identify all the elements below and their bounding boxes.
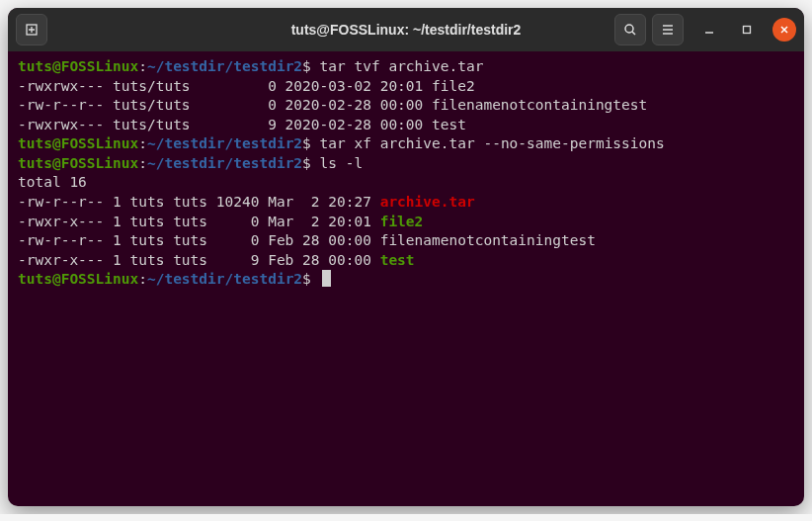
search-button[interactable] [614,14,646,45]
terminal-body[interactable]: tuts@FOSSLinux:~/testdir/testdir2$ tar t… [8,51,804,506]
new-tab-icon [24,22,40,38]
prompt-line: tuts@FOSSLinux:~/testdir/testdir2$ tar x… [18,134,794,154]
search-icon [622,22,638,38]
maximize-icon [742,25,752,35]
titlebar: tuts@FOSSLinux: ~/testdir/testdir2 [8,8,804,51]
close-icon [779,25,789,35]
cursor [322,270,331,287]
prompt-path: ~/testdir/testdir2 [147,155,302,171]
prompt-line: tuts@FOSSLinux:~/testdir/testdir2$ ls -l [18,154,794,174]
output-line: -rw-r--r-- tuts/tuts 0 2020-02-28 00:00 … [18,96,794,116]
output-line: -rw-r--r-- 1 tuts tuts 0 Feb 28 00:00 fi… [18,231,794,251]
ls-filename: test [380,252,415,268]
prompt-line: tuts@FOSSLinux:~/testdir/testdir2$ tar t… [18,57,794,77]
output-line: -rwxrwx--- tuts/tuts 0 2020-03-02 20:01 … [18,77,794,97]
hamburger-icon [660,22,676,38]
output-line: total 16 [18,173,794,193]
ls-details: -rw-r--r-- 1 tuts tuts 10240 Mar 2 20:27 [18,194,380,210]
prompt-dollar: $ [302,135,311,151]
window-title: tuts@FOSSLinux: ~/testdir/testdir2 [291,22,522,38]
prompt-path: ~/testdir/testdir2 [147,135,302,151]
maximize-button[interactable] [735,18,759,42]
ls-details: -rwxr-x--- 1 tuts tuts 0 Mar 2 20:01 [18,214,380,229]
prompt-user: tuts@FOSSLinux [18,135,138,151]
prompt-dollar: $ [302,58,311,74]
svg-rect-9 [744,27,751,34]
prompt-user: tuts@FOSSLinux [18,58,138,74]
prompt-colon: : [138,271,147,287]
prompt-colon: : [138,58,147,74]
command-text: ls -l [320,155,364,171]
prompt-colon: : [138,135,147,151]
minimize-icon [704,25,714,35]
prompt-colon: : [138,155,147,171]
prompt-user: tuts@FOSSLinux [18,271,138,287]
ls-details: -rwxr-x--- 1 tuts tuts 9 Feb 28 00:00 [18,252,380,268]
prompt-user: tuts@FOSSLinux [18,155,138,171]
prompt-path: ~/testdir/testdir2 [147,271,302,287]
prompt-dollar: $ [302,271,311,287]
ls-details: -rw-r--r-- 1 tuts tuts 0 Feb 28 00:00 [18,232,380,248]
svg-line-4 [632,32,635,35]
close-button[interactable] [772,18,796,42]
output-line: -rwxr-x--- 1 tuts tuts 0 Mar 2 20:01 fil… [18,213,794,232]
prompt-line: tuts@FOSSLinux:~/testdir/testdir2$ [18,270,794,290]
output-line: -rw-r--r-- 1 tuts tuts 10240 Mar 2 20:27… [18,193,794,213]
prompt-path: ~/testdir/testdir2 [147,58,302,74]
command-text: tar xf archive.tar --no-same-permissions [320,135,665,151]
ls-filename: filenamenotcontainingtest [380,232,596,248]
ls-filename: archive.tar [380,194,475,210]
svg-point-3 [625,25,633,33]
minimize-button[interactable] [697,18,721,42]
output-line: -rwxr-x--- 1 tuts tuts 9 Feb 28 00:00 te… [18,251,794,271]
ls-filename: file2 [380,214,424,229]
new-tab-button[interactable] [16,14,47,45]
right-controls [614,14,796,45]
output-line: -rwxrwx--- tuts/tuts 9 2020-02-28 00:00 … [18,116,794,135]
prompt-dollar: $ [302,155,311,171]
command-text: tar tvf archive.tar [320,58,484,74]
menu-button[interactable] [652,14,684,45]
terminal-window: tuts@FOSSLinux: ~/testdir/testdir2 tuts@… [8,8,804,506]
